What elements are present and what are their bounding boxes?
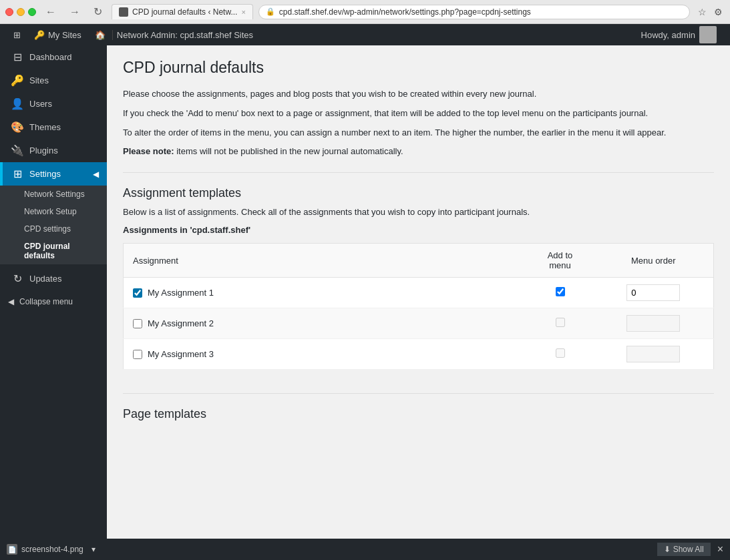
sites-icon: 🔑 xyxy=(11,74,24,87)
menu-checkbox-assignment2[interactable] xyxy=(556,318,565,327)
file-icon: 📄 xyxy=(7,544,17,555)
dashboard-icon: ⊟ xyxy=(11,51,24,63)
please-note-bold: Please note: xyxy=(123,146,174,156)
sidebar-item-users[interactable]: 👤 Users xyxy=(0,92,107,115)
sidebar: ⊟ Dashboard 🔑 Sites 👤 Users 🎨 Themes 🔌 P… xyxy=(0,45,107,560)
desc-3: To alter the order of items in the menu,… xyxy=(123,126,714,140)
settings-button[interactable]: ⚙ xyxy=(711,5,725,19)
wp-logo-button[interactable]: ⊞ xyxy=(7,24,27,45)
address-bar[interactable]: 🔒 cpd.staff.shef.dev/wp-admin/network/se… xyxy=(258,5,690,19)
sidebar-item-label: Users xyxy=(29,99,52,109)
section-divider-2 xyxy=(123,393,714,394)
settings-icon: ⊞ xyxy=(11,168,24,180)
collapse-menu-button[interactable]: ◀ Collapse menu xyxy=(0,290,107,313)
browser-chrome: ← → ↻ CPD journal defaults ‹ Netw... × 🔒… xyxy=(0,0,730,24)
menu-order-input-assignment2[interactable] xyxy=(626,315,680,332)
tab-favicon xyxy=(119,7,128,17)
desc-4: Please note: items will not be published… xyxy=(123,145,714,159)
assignment-templates-desc: Below is a list of assignments. Check al… xyxy=(123,207,714,217)
menu-order-input-assignment3[interactable] xyxy=(626,346,680,362)
sidebar-item-sites[interactable]: 🔑 Sites xyxy=(0,69,107,92)
bottom-bar: 📄 screenshot-4.png ▾ ⬇ Show All × xyxy=(0,539,730,560)
bottom-bar-close-button[interactable]: × xyxy=(717,543,723,555)
minimize-window-button[interactable] xyxy=(17,8,25,16)
bottom-file-info: 📄 screenshot-4.png ▾ xyxy=(7,543,100,555)
add-to-menu-cell xyxy=(527,308,594,339)
url-text: cpd.staff.shef.dev/wp-admin/network/sett… xyxy=(279,7,531,17)
collapse-icon: ◀ xyxy=(8,297,14,306)
star-button[interactable]: ☆ xyxy=(695,5,709,19)
collapse-label: Collapse menu xyxy=(19,297,73,306)
menu-order-cell xyxy=(594,339,714,370)
sidebar-item-settings[interactable]: ⊞ Settings ◀ xyxy=(0,162,107,186)
assignment-cell: My Assignment 2 xyxy=(124,308,527,339)
sidebar-sub-cpd-settings[interactable]: CPD settings xyxy=(0,220,107,238)
assignment-label: My Assignment 2 xyxy=(148,318,214,328)
table-row: My Assignment 1 xyxy=(124,278,714,308)
table-row: My Assignment 3 xyxy=(124,339,714,370)
sidebar-sub-network-settings[interactable]: Network Settings xyxy=(0,186,107,203)
browser-toolbar: ☆ ⚙ xyxy=(695,5,725,19)
page-title: CPD journal defaults xyxy=(123,59,714,77)
network-setup-label: Network Setup xyxy=(24,207,77,216)
sidebar-sub-network-setup[interactable]: Network Setup xyxy=(0,203,107,220)
assignment-cell: My Assignment 3 xyxy=(124,339,527,370)
howdy-section[interactable]: Howdy, admin xyxy=(634,26,723,43)
menu-checkbox-assignment1[interactable] xyxy=(556,287,565,296)
assignment-checkbox-cell: My Assignment 1 xyxy=(133,288,518,298)
cpd-settings-label: CPD settings xyxy=(24,224,71,234)
sidebar-item-label: Themes xyxy=(29,122,61,132)
sidebar-sub-cpd-journal-defaults[interactable]: CPD journal defaults xyxy=(0,238,107,264)
file-name: screenshot-4.png xyxy=(21,545,83,554)
sidebar-item-label: Updates xyxy=(29,274,61,284)
show-all-button[interactable]: ⬇ Show All xyxy=(657,543,711,556)
tab-close-button[interactable]: × xyxy=(241,8,245,16)
network-label: Network Admin: cpd.staff.shef Sites xyxy=(112,30,257,40)
assignment-checkbox-assignment1[interactable] xyxy=(133,288,142,298)
sidebar-item-themes[interactable]: 🎨 Themes xyxy=(0,115,107,139)
my-sites-button[interactable]: 🔑 My Sites xyxy=(27,24,88,45)
sidebar-menu-updates: ↻ Updates xyxy=(0,267,107,290)
sidebar-item-dashboard[interactable]: ⊟ Dashboard xyxy=(0,45,107,69)
add-to-menu-cell xyxy=(527,278,594,308)
sidebar-item-label: Plugins xyxy=(29,146,58,156)
section-divider-1 xyxy=(123,172,714,173)
browser-tab[interactable]: CPD journal defaults ‹ Netw... × xyxy=(112,4,253,19)
sidebar-item-label: Sites xyxy=(29,75,49,85)
assignment-checkbox-assignment3[interactable] xyxy=(133,350,142,359)
sidebar-item-updates[interactable]: ↻ Updates xyxy=(0,267,107,290)
sidebar-menu: ⊟ Dashboard 🔑 Sites 👤 Users 🎨 Themes 🔌 P… xyxy=(0,45,107,186)
menu-order-input-assignment1[interactable] xyxy=(626,284,680,301)
sidebar-item-label: Settings xyxy=(29,169,61,179)
back-button[interactable]: ← xyxy=(41,5,60,19)
settings-submenu: Network Settings Network Setup CPD setti… xyxy=(0,186,107,264)
assignments-table: Assignment Add to menu Menu order My Ass… xyxy=(123,243,714,370)
menu-checkbox-assignment3[interactable] xyxy=(556,348,565,358)
assignment-checkbox-assignment2[interactable] xyxy=(133,319,142,328)
network-settings-label: Network Settings xyxy=(24,190,85,199)
col-menu-order: Menu order xyxy=(594,244,714,278)
main-content: CPD journal defaults Please choose the a… xyxy=(107,45,730,560)
themes-icon: 🎨 xyxy=(11,121,24,133)
updates-icon: ↻ xyxy=(11,272,24,285)
assignment-checkbox-cell: My Assignment 3 xyxy=(133,349,518,359)
browser-window-controls xyxy=(5,8,36,16)
table-row: My Assignment 2 xyxy=(124,308,714,339)
desc-1: Please choose the assignments, pages and… xyxy=(123,87,714,101)
add-to-menu-cell xyxy=(527,339,594,370)
show-all-label: Show All xyxy=(673,545,704,554)
assignment-templates-title: Assignment templates xyxy=(123,186,714,200)
maximize-window-button[interactable] xyxy=(28,8,36,16)
admin-bar: ⊞ 🔑 My Sites 🏠 Network Admin: cpd.staff.… xyxy=(0,24,730,45)
col-assignment: Assignment xyxy=(124,244,527,278)
home-button[interactable]: 🏠 xyxy=(88,24,112,45)
show-all-icon: ⬇ xyxy=(664,545,671,554)
forward-button[interactable]: → xyxy=(65,5,84,19)
close-window-button[interactable] xyxy=(5,8,13,16)
plugins-icon: 🔌 xyxy=(11,144,24,157)
file-dropdown-button[interactable]: ▾ xyxy=(87,543,100,555)
cpd-journal-defaults-label: CPD journal defaults xyxy=(24,242,70,260)
sidebar-item-plugins[interactable]: 🔌 Plugins xyxy=(0,139,107,162)
please-note-rest: items will not be published in the new j… xyxy=(174,146,403,156)
refresh-button[interactable]: ↻ xyxy=(89,4,106,19)
